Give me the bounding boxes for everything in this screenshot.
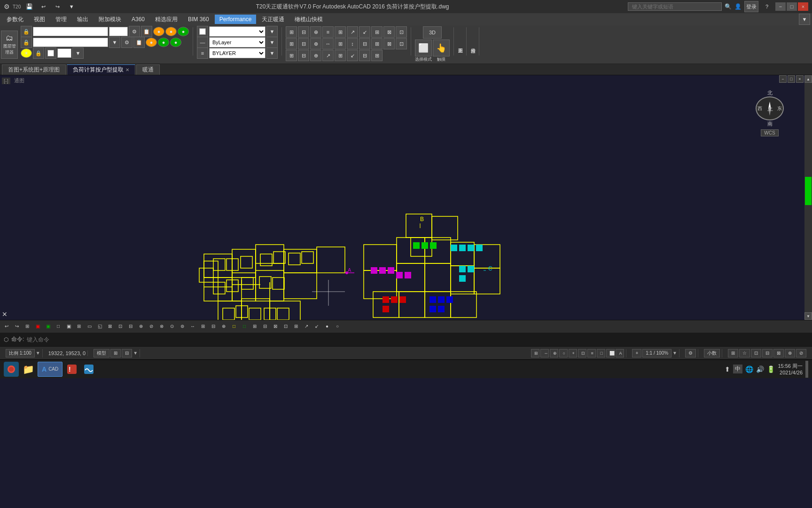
- btm-tool-10[interactable]: ◱: [95, 322, 104, 331]
- scrollbar-right[interactable]: ▲ ▼: [804, 75, 812, 320]
- layer-name-input-3[interactable]: 0: [57, 48, 71, 58]
- panel-close-btn[interactable]: ×: [796, 75, 804, 83]
- file-explorer-btn[interactable]: 📁: [21, 362, 36, 377]
- menu-item-performance[interactable]: Performance: [215, 15, 257, 24]
- draw-tool-5[interactable]: ⊞: [335, 26, 346, 38]
- extra-tool-1[interactable]: ⊞: [286, 50, 297, 61]
- global-search-input[interactable]: [628, 2, 722, 11]
- btm-tool-12[interactable]: ⊡: [116, 322, 125, 331]
- btm-tool-9[interactable]: ▭: [85, 322, 94, 331]
- btm-tool-30[interactable]: ↗: [302, 322, 311, 331]
- linetype-dropdown-btn[interactable]: ▼: [266, 37, 278, 48]
- osnap-btn[interactable]: ○: [559, 349, 568, 357]
- tray-icon-keyboard[interactable]: 中: [733, 365, 742, 373]
- tp-btn[interactable]: □: [597, 349, 605, 357]
- lineweight-swatch-btn[interactable]: ≡: [197, 48, 208, 59]
- start-button[interactable]: [4, 362, 19, 377]
- modify-tool-7[interactable]: ⊟: [359, 38, 370, 49]
- tray-icon-1[interactable]: ⬆: [725, 365, 730, 373]
- scroll-up-btn[interactable]: ▲: [804, 75, 812, 83]
- zoom-btn[interactable]: +: [632, 349, 641, 357]
- login-button[interactable]: 登录: [744, 1, 758, 12]
- layer-tool-btn1[interactable]: ⚙: [129, 26, 140, 37]
- btm-tool-2[interactable]: ↪: [12, 322, 22, 331]
- draw-tool-9[interactable]: ⊠: [383, 26, 395, 38]
- btm-tool-29[interactable]: ⊞: [291, 322, 301, 331]
- tray-icon-2[interactable]: 🌐: [745, 365, 753, 373]
- toolbar-quick-redo[interactable]: ↪: [52, 1, 63, 12]
- toolbar-quick-save[interactable]: 💾: [23, 1, 35, 12]
- model-btn[interactable]: 模型: [94, 349, 109, 357]
- scale-dropdown-icon[interactable]: ▼: [36, 350, 40, 356]
- linetype-swatch-btn[interactable]: —: [197, 37, 208, 48]
- app2-btn[interactable]: [81, 362, 96, 377]
- polar-btn[interactable]: ⊕: [550, 349, 558, 357]
- tab-1[interactable]: 负荷计算按户型提取 ✕: [67, 64, 135, 75]
- layer-name-input-2[interactable]: 未保存的图层状态: [33, 38, 108, 47]
- status-extra-6[interactable]: ⊕: [785, 349, 795, 357]
- layer-tool-btn3[interactable]: ⚙: [121, 37, 133, 48]
- btm-tool-14[interactable]: ⊕: [136, 322, 146, 331]
- view-3d-btn[interactable]: 3D: [423, 26, 442, 39]
- draw-tool-8[interactable]: ⊞: [371, 26, 383, 38]
- status-extra-3[interactable]: ⊡: [751, 349, 761, 357]
- btm-tool-20[interactable]: ⊞: [198, 322, 208, 331]
- draw-tool-7[interactable]: ↙: [359, 26, 370, 38]
- status-dropdown-2[interactable]: ▼: [133, 350, 138, 356]
- app1-btn[interactable]: !: [64, 362, 79, 377]
- tab-2[interactable]: 暖通: [136, 64, 160, 75]
- status-extra-2[interactable]: ☆: [739, 349, 750, 357]
- layer-status-btn2[interactable]: ●: [165, 27, 177, 36]
- btm-tool-15[interactable]: ⊘: [147, 322, 156, 331]
- layer-status-btn1[interactable]: ●: [153, 27, 164, 36]
- layer-dropdown-btn2[interactable]: ▼: [72, 48, 84, 59]
- extra-tool-6[interactable]: ↙: [347, 50, 358, 61]
- btm-tool-18[interactable]: ⊚: [178, 322, 187, 331]
- color-select[interactable]: ByLayer: [209, 26, 265, 37]
- tab-0[interactable]: 首图+系统图+原理图: [2, 64, 66, 75]
- extra-tool-7[interactable]: ⊟: [359, 50, 370, 61]
- grid-display-btn[interactable]: ⊞: [110, 349, 121, 357]
- layer-manager-button[interactable]: 🗂 图层管理器: [1, 31, 18, 59]
- layer-status-btn5[interactable]: ●: [158, 38, 169, 47]
- status-extra-7[interactable]: ⊘: [796, 349, 806, 357]
- scroll-down-btn[interactable]: ▼: [804, 312, 812, 320]
- status-extra-5[interactable]: ⊠: [773, 349, 784, 357]
- layer-sun-btn[interactable]: ☀: [21, 48, 32, 58]
- menu-item-fujia[interactable]: 附加模块: [94, 14, 126, 25]
- lineweight-select[interactable]: BYLAYER: [209, 48, 265, 58]
- command-input[interactable]: [27, 336, 808, 343]
- panel-minimize-btn[interactable]: −: [779, 75, 787, 83]
- layer-status-btn3[interactable]: ●: [178, 27, 189, 36]
- modify-tool-8[interactable]: ⊞: [371, 38, 383, 49]
- menu-item-guanli[interactable]: 管理: [51, 14, 71, 25]
- tray-icon-4[interactable]: 🔋: [767, 365, 775, 373]
- tab-1-close[interactable]: ✕: [125, 67, 129, 72]
- gear-settings-btn[interactable]: ⚙: [685, 349, 696, 357]
- layer-status-btn6[interactable]: ●: [170, 38, 181, 47]
- btm-tool-28[interactable]: ⊡: [281, 322, 290, 331]
- btm-tool-16[interactable]: ⊗: [157, 322, 166, 331]
- otrack-btn[interactable]: +: [569, 349, 577, 357]
- sel-btn[interactable]: ⬜: [606, 349, 615, 357]
- btm-tool-24[interactable]: □: [240, 322, 249, 331]
- panel-close-x[interactable]: ✕: [2, 310, 8, 318]
- menu-item-shuchu[interactable]: 输出: [72, 14, 93, 25]
- btm-tool-5[interactable]: ▣: [43, 322, 53, 331]
- grid-mode-btn[interactable]: ⊟: [122, 349, 132, 357]
- extra-tool-3[interactable]: ⊕: [310, 50, 321, 61]
- small-decimal-btn[interactable]: 小数: [704, 349, 720, 357]
- autocad-app-btn[interactable]: A CAD: [38, 362, 62, 377]
- extra-tool-5[interactable]: ⊞: [335, 50, 346, 61]
- btm-tool-1[interactable]: ↩: [2, 322, 11, 331]
- status-extra-4[interactable]: ⊟: [762, 349, 773, 357]
- btm-tool-27[interactable]: ⊠: [271, 322, 280, 331]
- zoom-info-btn[interactable]: 1:1 / 100%: [642, 349, 671, 357]
- lw-btn[interactable]: ≡: [587, 349, 596, 357]
- draw-tool-2[interactable]: ⊟: [298, 26, 309, 38]
- canvas-area[interactable]: [-] 通图 − □ ×: [0, 75, 812, 320]
- select-mode-btn[interactable]: ⬜: [415, 40, 432, 56]
- status-extra-1[interactable]: ⊞: [728, 349, 738, 357]
- panel-maximize-btn[interactable]: □: [788, 75, 795, 83]
- btm-tool-11[interactable]: ⊠: [105, 322, 115, 331]
